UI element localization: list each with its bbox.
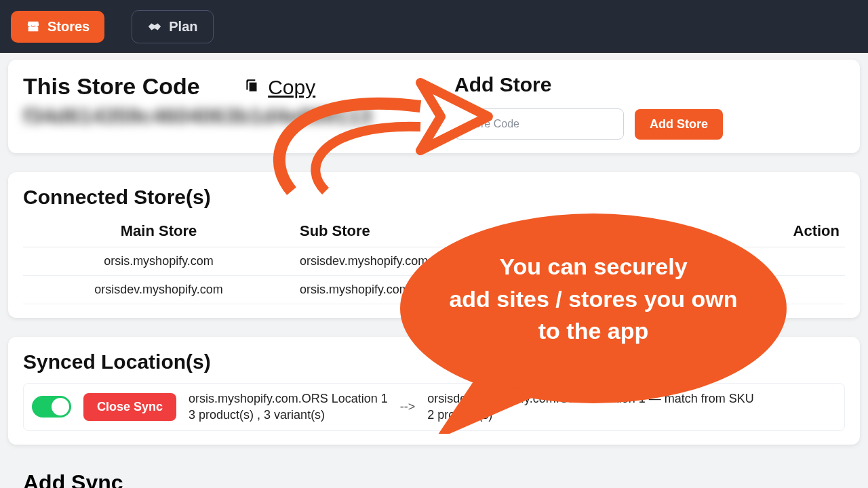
synced-title: Synced Location(s) (23, 350, 845, 373)
store-code-title: This Store Code (23, 73, 200, 99)
sync-source: orsis.myshopify.com.ORS Location 1 3 pro… (189, 390, 388, 424)
add-store-button[interactable]: Add Store (635, 109, 723, 140)
sync-row: Close Sync orsis.myshopify.com.ORS Locat… (23, 383, 845, 431)
col-main-store: Main Store (23, 216, 294, 247)
top-navbar: Stores Plan (0, 0, 868, 53)
store-code-input[interactable] (454, 108, 624, 140)
connected-table: Main Store Sub Store Action orsis.myshop… (23, 216, 845, 304)
col-sub-store: Sub Store (294, 216, 566, 247)
nav-tab-stores[interactable]: Stores (11, 11, 104, 43)
copy-button[interactable]: Copy (243, 76, 315, 99)
sync-toggle[interactable] (32, 396, 71, 418)
table-row: orsisdev.myshopify.com orsis.myshopify.c… (23, 276, 845, 304)
store-icon (26, 19, 41, 34)
store-code-value: f34d614359c4604063b1d4e889113 (23, 104, 414, 129)
arrow-text-icon: --> (400, 400, 416, 414)
nav-tab-plan[interactable]: Plan (132, 10, 213, 43)
connected-title: Connected Store(s) (23, 186, 845, 209)
col-action: Action (566, 216, 845, 247)
copy-label: Copy (268, 76, 315, 99)
add-sync-title: Add Sync (8, 464, 860, 488)
nav-tab-stores-label: Stores (47, 19, 90, 35)
nav-tab-plan-label: Plan (169, 19, 197, 35)
sync-target: orsisdev.myshopify.com.ORS Location 1 — … (427, 390, 754, 424)
close-sync-button[interactable]: Close Sync (83, 393, 176, 421)
synced-locations-card: Synced Location(s) Close Sync orsis.mysh… (8, 337, 860, 445)
handshake-icon (147, 19, 162, 34)
table-row: orsis.myshopify.com orsisdev.myshopify.c… (23, 247, 845, 276)
connected-stores-card: Connected Store(s) Main Store Sub Store … (8, 172, 860, 318)
store-code-card: This Store Code Copy f34d614359c4604063b… (8, 60, 860, 153)
copy-icon (243, 76, 261, 99)
add-store-title: Add Store (454, 73, 845, 96)
